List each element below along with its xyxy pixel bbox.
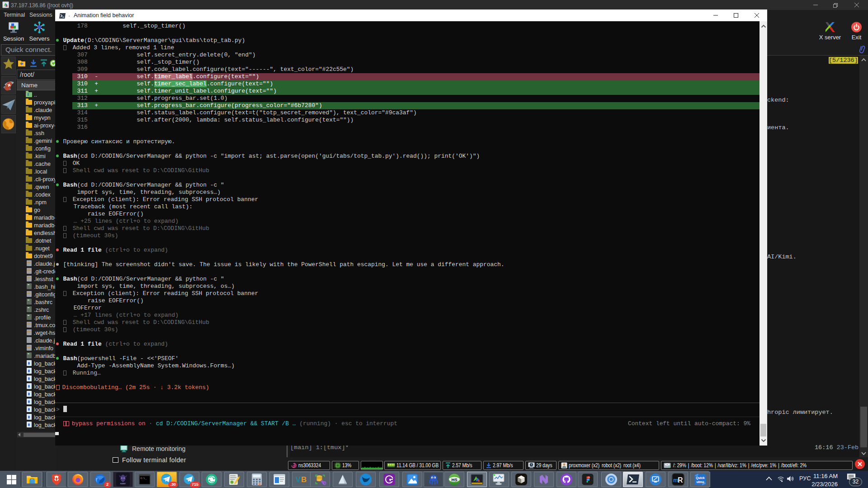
svg-text:FURRY: FURRY [120,483,126,485]
svg-text:C:\_: C:\_ [141,477,147,480]
svg-text:R: R [678,476,683,484]
svg-text:Quick: Quick [696,476,705,480]
svg-text:HS: HS [451,477,457,482]
svg-text:V: V [296,475,301,484]
svg-text:utmo: utmo [696,480,704,483]
svg-text:B: B [301,475,307,484]
